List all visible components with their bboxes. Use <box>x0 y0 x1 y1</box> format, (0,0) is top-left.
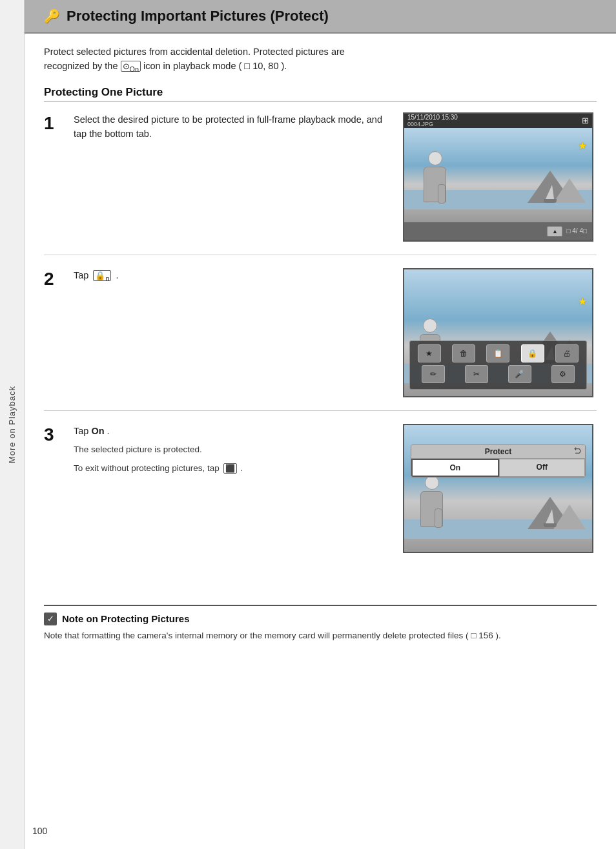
cam2-btn-settings: ⚙ <box>551 365 575 383</box>
cam-head-3 <box>425 476 439 490</box>
cam1-bottom-bar: ▲ □ 4/ 4□ <box>404 222 592 240</box>
cam-mountain-6 <box>553 505 586 529</box>
note-check-icon: ✓ <box>44 613 57 625</box>
note-title: Note on Protecting Pictures <box>62 613 190 624</box>
cam-hull-3 <box>544 523 557 527</box>
note-title-row: ✓ Note on Protecting Pictures <box>44 613 597 625</box>
camera-screen-2: □ ▶ <box>403 268 593 397</box>
main-content: 🔑 Protecting Important Pictures (Protect… <box>25 0 616 662</box>
note-ref: □ 156 <box>471 631 493 640</box>
note-text-main: Note that formatting the camera's intern… <box>44 631 469 640</box>
cam-person-3 <box>414 476 449 534</box>
intro-text4: ). <box>281 61 287 71</box>
cam-person-1 <box>417 151 453 209</box>
cam2-btn-trash: 🗑 <box>452 344 475 362</box>
cam2-btn-voice: 🎤 <box>508 365 531 383</box>
cam1-mode-icon: ⊞ <box>582 116 589 125</box>
cam-mountain-2 <box>553 178 586 203</box>
sidebar-label: More on Playback <box>7 386 17 463</box>
cam2-star: ★ <box>578 295 587 308</box>
intro-text2: recognized by the <box>44 61 118 71</box>
step-3-sub2: To exit without protecting pictures, tap… <box>74 462 390 476</box>
step-2-icon: 🔒n <box>93 270 111 281</box>
step-1-number: 1 <box>44 114 67 134</box>
camera-screen-3: Protect ⮌ On Off <box>403 424 593 553</box>
cam-hull-1 <box>544 199 557 203</box>
cam-head-1 <box>428 151 442 165</box>
cam2-btn-protect: 🔒 <box>521 344 544 362</box>
step-3-suffix: . <box>107 426 110 436</box>
page-number: 100 <box>32 826 47 836</box>
step-3-instruction: Tap <box>74 426 88 436</box>
cam1-info: □ 4/ 4□ <box>566 227 587 235</box>
step-2-row: 2 Tap 🔒n . □ ▶ <box>44 268 597 411</box>
cam-arm-3 <box>435 508 442 528</box>
page-title: Protecting Important Pictures (Protect) <box>67 8 329 25</box>
intro-ref: □ 10, 80 <box>244 61 278 71</box>
cam2-menu-row2: ✏ ✂ 🎤 ⚙ <box>413 365 583 383</box>
cam1-top-bar: 15/11/2010 15:30 0004.JPG ⊞ <box>404 114 592 128</box>
intro-text1: Protect selected pictures from accidenta… <box>44 47 345 57</box>
camera-screen-1: 15/11/2010 15:30 0004.JPG ⊞ ▶ <box>403 112 593 242</box>
step-2-text: Tap 🔒n . <box>67 268 403 284</box>
steps-container: 1 Select the desired picture to be prote… <box>44 112 597 579</box>
cam-body-1 <box>424 167 446 202</box>
page-header: 🔑 Protecting Important Pictures (Protect… <box>25 0 616 34</box>
cam3-dialog-buttons: On Off <box>411 459 585 477</box>
step-3-text: Tap On . The selected picture is protect… <box>67 424 403 476</box>
cam3-dialog-title: Protect ⮌ <box>411 445 585 459</box>
section-heading: Protecting One Picture <box>44 86 597 99</box>
cam3-close-icon: ⮌ <box>573 446 581 456</box>
cam2-btn-edit: ✏ <box>422 365 445 383</box>
intro-paragraph: Protect selected pictures from accidenta… <box>44 45 573 74</box>
cam-body-3 <box>420 491 443 527</box>
protect-inline-icon: ⊙On <box>121 61 141 72</box>
cam3-on-button[interactable]: On <box>411 459 499 477</box>
cam2-btn-copy: 📋 <box>486 344 509 362</box>
cam-head-2 <box>423 319 437 333</box>
cam2-btn-star: ★ <box>418 344 441 362</box>
note-text-end: ). <box>496 631 501 640</box>
step-3-exit-icon: ⬛ <box>223 463 237 474</box>
step-1-row: 1 Select the desired picture to be prote… <box>44 112 597 255</box>
cam-sailboat-3 <box>544 508 557 527</box>
step-1-text: Select the desired picture to be protect… <box>67 112 403 142</box>
cam2-btn-print: 🖨 <box>555 344 579 362</box>
step-2-suffix: . <box>116 270 118 280</box>
cam1-datetime: 15/11/2010 15:30 <box>407 114 458 121</box>
cam-sail-3 <box>546 509 554 523</box>
cam-sail-1 <box>546 185 554 199</box>
step-3-row: 3 Tap On . The selected picture is prote… <box>44 424 597 566</box>
cam3-photo-bg <box>404 425 592 552</box>
cam-arm-1 <box>438 184 446 204</box>
cam1-photo-area <box>404 128 592 222</box>
cam1-filename: 0004.JPG <box>407 121 458 127</box>
cam1-top-left: 15/11/2010 15:30 0004.JPG <box>407 114 458 127</box>
cam2-btn-crop: ✂ <box>465 365 488 383</box>
protect-key-icon: 🔑 <box>44 8 60 24</box>
cam1-star: ★ <box>578 140 587 152</box>
cam3-off-button[interactable]: Off <box>499 459 586 477</box>
cam3-protect-dialog: Protect ⮌ On Off <box>411 445 586 477</box>
step-2-instruction: Tap <box>74 270 88 280</box>
sidebar: More on Playback <box>0 0 25 849</box>
cam2-menu-row1: ★ 🗑 📋 🔒 🖨 <box>413 344 583 362</box>
step-1-image: 15/11/2010 15:30 0004.JPG ⊞ ▶ <box>403 112 597 242</box>
step-3-bold: On <box>91 426 104 436</box>
cam1-tab-up: ▲ <box>547 226 562 236</box>
step-1-instruction: Select the desired picture to be protect… <box>74 114 382 139</box>
step-2-number: 2 <box>44 269 67 289</box>
note-text: Note that formatting the camera's intern… <box>44 629 597 642</box>
cam2-menu-overlay: ★ 🗑 📋 🔒 🖨 ✏ ✂ 🎤 ⚙ <box>409 341 587 390</box>
step-2-image: □ ▶ <box>403 268 597 397</box>
note-box: ✓ Note on Protecting Pictures Note that … <box>44 605 597 642</box>
cam-sailboat-1 <box>544 183 557 203</box>
step-3-sub1: The selected picture is protected. <box>74 443 390 457</box>
section-divider <box>44 101 597 102</box>
intro-text3: icon in playback mode ( <box>143 61 241 71</box>
step-3-image: Protect ⮌ On Off <box>403 424 597 553</box>
step-3-number: 3 <box>44 425 67 445</box>
